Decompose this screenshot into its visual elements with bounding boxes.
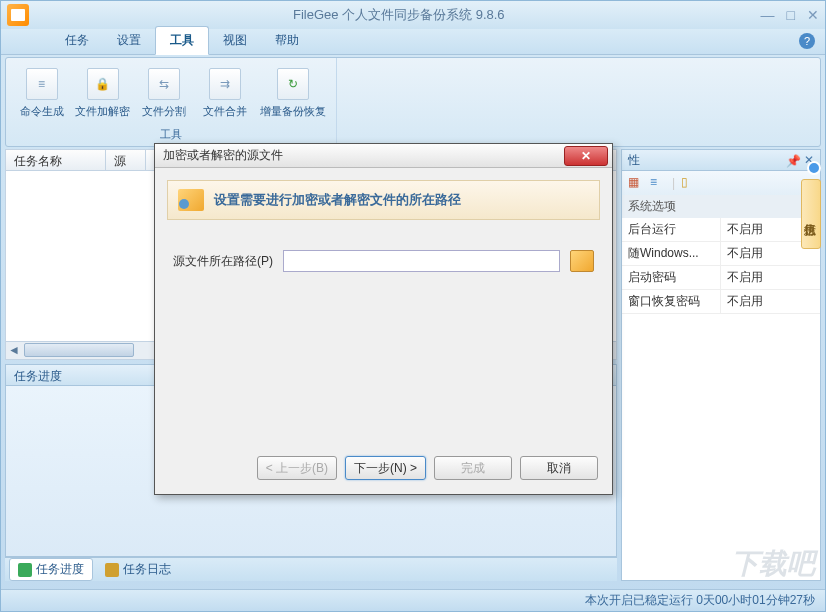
banner-text: 设置需要进行加密或者解密文件的所在路径: [214, 191, 461, 209]
cmd-icon: ≡: [26, 68, 58, 100]
bottom-tabs: 任务进度 任务日志: [5, 557, 617, 581]
categorize-icon[interactable]: ▦: [628, 175, 644, 191]
main-window: FileGee 个人文件同步备份系统 9.8.6 — □ ✕ 任务 设置 工具 …: [0, 0, 826, 612]
cancel-button[interactable]: 取消: [520, 456, 598, 480]
window-title: FileGee 个人文件同步备份系统 9.8.6: [37, 6, 761, 24]
properties-header: 性 📌 ✕: [621, 149, 821, 171]
dialog-titlebar: 加密或者解密的源文件 ✕: [155, 144, 612, 168]
ribbon: ≡ 命令生成 🔒 文件加解密 ⇆ 文件分割 ⇉ 文件合并 ↻ 增量备份恢复: [5, 57, 821, 147]
prop-row[interactable]: 启动密码不启用: [622, 266, 820, 290]
prop-row[interactable]: 随Windows...不启用: [622, 242, 820, 266]
help-icon[interactable]: ?: [799, 33, 815, 49]
tab-log[interactable]: 任务日志: [97, 559, 179, 580]
properties-toolbar: ▦ ≡ | ▯: [621, 171, 821, 195]
side-tab-info[interactable]: 执行信息: [801, 179, 821, 249]
page-icon[interactable]: ▯: [681, 175, 697, 191]
log-tab-icon: [105, 563, 119, 577]
sort-icon[interactable]: ≡: [650, 175, 666, 191]
ribbon-merge[interactable]: ⇉ 文件合并: [197, 62, 252, 125]
status-text: 本次开启已稳定运行 0天00小时01分钟27秒: [585, 592, 815, 609]
browse-button[interactable]: [570, 250, 594, 272]
folder-gear-icon: [178, 189, 204, 211]
properties-grid: 后台运行不启用 随Windows...不启用 启动密码不启用 窗口恢复密码不启用: [621, 218, 821, 581]
prop-row[interactable]: 后台运行不启用: [622, 218, 820, 242]
tab-progress[interactable]: 任务进度: [9, 558, 93, 581]
encrypt-source-dialog: 加密或者解密的源文件 ✕ 设置需要进行加密或者解密文件的所在路径 源文件所在路径…: [154, 143, 613, 495]
dialog-body: 源文件所在路径(P): [155, 220, 612, 302]
split-icon: ⇆: [148, 68, 180, 100]
finish-button: 完成: [434, 456, 512, 480]
pin-icon[interactable]: 📌: [786, 154, 798, 166]
statusbar: 本次开启已稳定运行 0天00小时01分钟27秒: [1, 589, 825, 611]
prop-row[interactable]: 窗口恢复密码不启用: [622, 290, 820, 314]
menu-view[interactable]: 视图: [209, 27, 261, 54]
dialog-buttons: < 上一步(B) 下一步(N) > 完成 取消: [257, 456, 598, 480]
col-source[interactable]: 源: [106, 150, 146, 170]
ribbon-cmd-generate[interactable]: ≡ 命令生成: [14, 62, 69, 125]
props-section-header: 系统选项: [621, 195, 821, 218]
merge-icon: ⇉: [209, 68, 241, 100]
menu-task[interactable]: 任务: [51, 27, 103, 54]
path-label: 源文件所在路径(P): [173, 253, 273, 270]
ribbon-group-tools: ≡ 命令生成 🔒 文件加解密 ⇆ 文件分割 ⇉ 文件合并 ↻ 增量备份恢复: [6, 58, 337, 146]
properties-pane: 性 📌 ✕ ▦ ≡ | ▯ 系统选项 后台运行不启用 随Windows...不启…: [621, 149, 821, 581]
next-button[interactable]: 下一步(N) >: [345, 456, 426, 480]
progress-tab-icon: [18, 563, 32, 577]
menu-help[interactable]: 帮助: [261, 27, 313, 54]
titlebar: FileGee 个人文件同步备份系统 9.8.6 — □ ✕: [1, 1, 825, 29]
col-taskname[interactable]: 任务名称: [6, 150, 106, 170]
app-icon: [7, 4, 29, 26]
side-marker-icon: [807, 161, 821, 175]
source-path-input[interactable]: [283, 250, 560, 272]
menu-settings[interactable]: 设置: [103, 27, 155, 54]
ribbon-incremental[interactable]: ↻ 增量备份恢复: [258, 62, 328, 125]
maximize-button[interactable]: □: [787, 7, 795, 23]
scroll-left-icon[interactable]: ◄: [6, 342, 22, 358]
dialog-close-button[interactable]: ✕: [564, 146, 608, 166]
menu-tools[interactable]: 工具: [155, 26, 209, 55]
dialog-banner: 设置需要进行加密或者解密文件的所在路径: [167, 180, 600, 220]
lock-icon: 🔒: [87, 68, 119, 100]
ribbon-encrypt[interactable]: 🔒 文件加解密: [75, 62, 130, 125]
restore-icon: ↻: [277, 68, 309, 100]
close-button[interactable]: ✕: [807, 7, 819, 23]
minimize-button[interactable]: —: [761, 7, 775, 23]
menubar: 任务 设置 工具 视图 帮助 ?: [1, 29, 825, 55]
prev-button: < 上一步(B): [257, 456, 337, 480]
dialog-title: 加密或者解密的源文件: [163, 147, 564, 164]
ribbon-split[interactable]: ⇆ 文件分割: [136, 62, 191, 125]
ribbon-group-label: 工具: [14, 125, 328, 142]
scroll-thumb[interactable]: [24, 343, 134, 357]
